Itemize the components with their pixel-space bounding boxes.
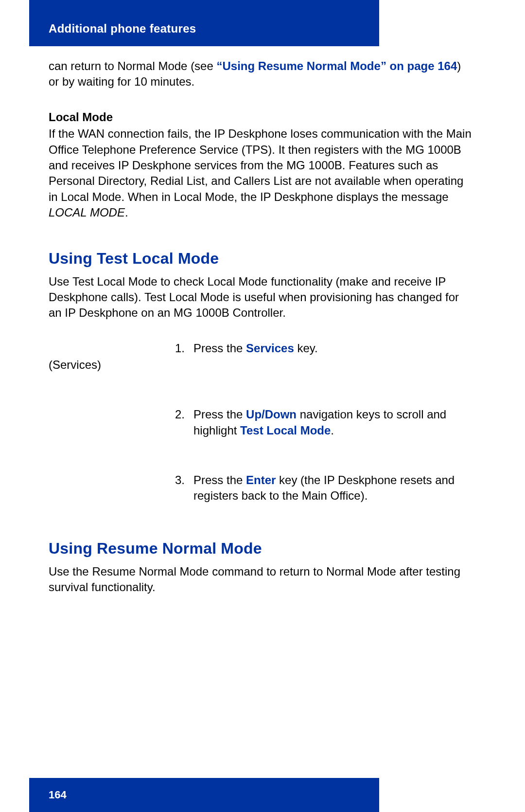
step-gutter-label: (Services) <box>49 358 101 371</box>
page: Additional phone features can return to … <box>0 0 525 812</box>
test-local-mode-intro: Use Test Local Mode to check Local Mode … <box>49 274 472 321</box>
intro-crossref[interactable]: “Using Resume Normal Mode” on page 164 <box>216 59 457 72</box>
inline-keyword: Enter <box>246 473 276 487</box>
step-body: 1.Press the Services key. <box>175 341 472 356</box>
local-mode-heading: Local Mode <box>49 109 472 125</box>
content-area: can return to Normal Mode (see “Using Re… <box>49 58 472 608</box>
page-number: 164 <box>49 789 67 801</box>
header-bar: Additional phone features <box>29 0 379 46</box>
test-local-mode-steps: (Services)1.Press the Services key.2.Pre… <box>49 341 472 504</box>
resume-normal-mode-heading: Using Resume Normal Mode <box>49 538 472 559</box>
inline-text: key. <box>294 342 318 355</box>
local-mode-body-post: . <box>125 206 128 219</box>
step-body: 3.Press the Enter key (the IP Deskphone … <box>175 472 472 504</box>
intro-paragraph: can return to Normal Mode (see “Using Re… <box>49 58 472 90</box>
local-mode-body-pre: If the WAN connection fails, the IP Desk… <box>49 127 472 203</box>
inline-keyword: Services <box>246 342 294 355</box>
inline-keyword: Test Local Mode <box>240 424 331 437</box>
inline-keyword: Up/Down <box>246 408 297 421</box>
test-local-mode-heading: Using Test Local Mode <box>49 248 472 269</box>
step-row: (Services)1.Press the Services key. <box>49 341 472 373</box>
step-number: 3. <box>175 472 193 504</box>
step-text: Press the Enter key (the IP Deskphone re… <box>193 472 472 504</box>
step-row: 3.Press the Enter key (the IP Deskphone … <box>49 472 472 504</box>
inline-text: Press the <box>193 473 246 487</box>
step-number: 1. <box>175 341 193 356</box>
step-text: Press the Services key. <box>193 341 472 356</box>
inline-text: . <box>331 424 334 437</box>
step-body: 2.Press the Up/Down navigation keys to s… <box>175 407 472 438</box>
local-mode-body: If the WAN connection fails, the IP Desk… <box>49 126 472 220</box>
step-number: 2. <box>175 407 193 438</box>
footer-bar: 164 <box>29 778 379 812</box>
intro-prefix: can return to Normal Mode (see <box>49 59 216 72</box>
step-text: Press the Up/Down navigation keys to scr… <box>193 407 472 438</box>
step-row: 2.Press the Up/Down navigation keys to s… <box>49 407 472 438</box>
header-title: Additional phone features <box>49 22 196 36</box>
step-gutter: (Services) <box>49 341 175 373</box>
inline-text: Press the <box>193 408 246 421</box>
inline-text: Press the <box>193 342 246 355</box>
local-mode-body-italic: LOCAL MODE <box>49 206 125 219</box>
resume-normal-mode-intro: Use the Resume Normal Mode command to re… <box>49 564 472 595</box>
